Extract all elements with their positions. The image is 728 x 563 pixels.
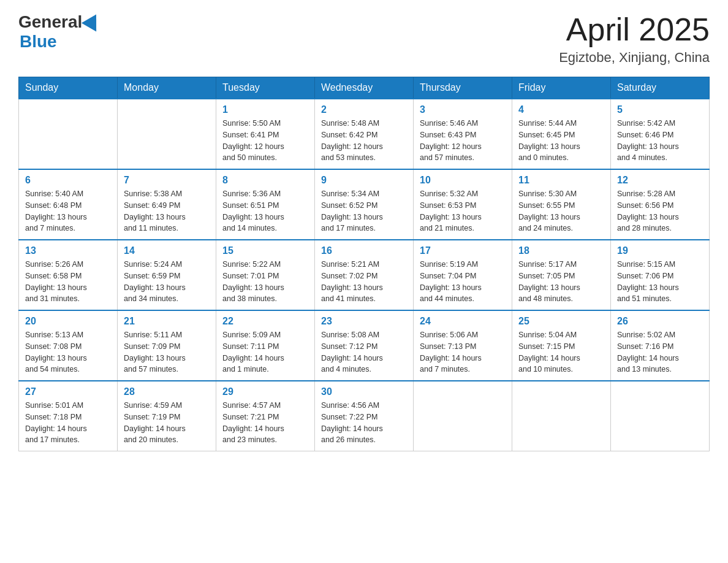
- calendar-table: SundayMondayTuesdayWednesdayThursdayFrid…: [18, 77, 710, 451]
- day-number: 15: [222, 245, 308, 256]
- calendar-cell: 4Sunrise: 5:44 AMSunset: 6:45 PMDaylight…: [512, 99, 611, 169]
- day-number: 13: [25, 245, 111, 256]
- calendar-header-row: SundayMondayTuesdayWednesdayThursdayFrid…: [19, 77, 710, 99]
- day-info: Sunrise: 5:50 AMSunset: 6:41 PMDaylight:…: [222, 118, 308, 164]
- calendar-cell: 23Sunrise: 5:08 AMSunset: 7:12 PMDayligh…: [315, 310, 414, 381]
- day-number: 25: [518, 316, 604, 327]
- calendar-cell: [118, 99, 216, 169]
- day-number: 16: [321, 245, 407, 256]
- day-info: Sunrise: 5:26 AMSunset: 6:58 PMDaylight:…: [25, 259, 111, 305]
- calendar-cell: 7Sunrise: 5:38 AMSunset: 6:49 PMDaylight…: [118, 169, 216, 240]
- day-number: 21: [124, 316, 210, 327]
- calendar-cell: 26Sunrise: 5:02 AMSunset: 7:16 PMDayligh…: [611, 310, 710, 381]
- day-info: Sunrise: 4:59 AMSunset: 7:19 PMDaylight:…: [124, 400, 210, 446]
- day-info: Sunrise: 5:28 AMSunset: 6:56 PMDaylight:…: [617, 188, 703, 234]
- calendar-cell: 3Sunrise: 5:46 AMSunset: 6:43 PMDaylight…: [414, 99, 512, 169]
- calendar-cell: 14Sunrise: 5:24 AMSunset: 6:59 PMDayligh…: [118, 240, 216, 310]
- logo: General Blue: [18, 12, 101, 52]
- day-info: Sunrise: 5:04 AMSunset: 7:15 PMDaylight:…: [518, 329, 604, 375]
- day-info: Sunrise: 5:11 AMSunset: 7:09 PMDaylight:…: [124, 329, 210, 375]
- day-number: 26: [617, 316, 703, 327]
- calendar-cell: 22Sunrise: 5:09 AMSunset: 7:11 PMDayligh…: [216, 310, 315, 381]
- day-info: Sunrise: 4:57 AMSunset: 7:21 PMDaylight:…: [222, 400, 308, 446]
- calendar-cell: 18Sunrise: 5:17 AMSunset: 7:05 PMDayligh…: [512, 240, 611, 310]
- day-info: Sunrise: 5:34 AMSunset: 6:52 PMDaylight:…: [321, 188, 407, 234]
- day-number: 28: [124, 386, 210, 397]
- day-info: Sunrise: 5:09 AMSunset: 7:11 PMDaylight:…: [222, 329, 308, 375]
- day-number: 10: [420, 175, 506, 186]
- calendar-cell: 9Sunrise: 5:34 AMSunset: 6:52 PMDaylight…: [315, 169, 414, 240]
- day-number: 12: [617, 175, 703, 186]
- calendar-cell: 30Sunrise: 4:56 AMSunset: 7:22 PMDayligh…: [315, 381, 414, 451]
- calendar-week-row: 1Sunrise: 5:50 AMSunset: 6:41 PMDaylight…: [19, 99, 710, 169]
- day-number: 5: [617, 104, 703, 115]
- calendar-cell: 19Sunrise: 5:15 AMSunset: 7:06 PMDayligh…: [611, 240, 710, 310]
- calendar-day-header: Thursday: [414, 77, 512, 99]
- calendar-cell: [19, 99, 118, 169]
- day-number: 14: [124, 245, 210, 256]
- calendar-cell: 11Sunrise: 5:30 AMSunset: 6:55 PMDayligh…: [512, 169, 611, 240]
- day-info: Sunrise: 5:02 AMSunset: 7:16 PMDaylight:…: [617, 329, 703, 375]
- calendar-cell: 20Sunrise: 5:13 AMSunset: 7:08 PMDayligh…: [19, 310, 118, 381]
- day-info: Sunrise: 5:24 AMSunset: 6:59 PMDaylight:…: [124, 259, 210, 305]
- day-info: Sunrise: 5:15 AMSunset: 7:06 PMDaylight:…: [617, 259, 703, 305]
- calendar-cell: 5Sunrise: 5:42 AMSunset: 6:46 PMDaylight…: [611, 99, 710, 169]
- day-info: Sunrise: 5:42 AMSunset: 6:46 PMDaylight:…: [617, 118, 703, 164]
- day-number: 27: [25, 386, 111, 397]
- day-info: Sunrise: 5:38 AMSunset: 6:49 PMDaylight:…: [124, 188, 210, 234]
- calendar-cell: 29Sunrise: 4:57 AMSunset: 7:21 PMDayligh…: [216, 381, 315, 451]
- day-info: Sunrise: 4:56 AMSunset: 7:22 PMDaylight:…: [321, 400, 407, 446]
- logo-triangle-icon: [82, 10, 104, 32]
- calendar-day-header: Friday: [512, 77, 611, 99]
- day-info: Sunrise: 5:08 AMSunset: 7:12 PMDaylight:…: [321, 329, 407, 375]
- calendar-cell: 13Sunrise: 5:26 AMSunset: 6:58 PMDayligh…: [19, 240, 118, 310]
- day-info: Sunrise: 5:01 AMSunset: 7:18 PMDaylight:…: [25, 400, 111, 446]
- day-number: 7: [124, 175, 210, 186]
- day-number: 17: [420, 245, 506, 256]
- logo-text-blue: Blue: [20, 32, 57, 52]
- day-number: 29: [222, 386, 308, 397]
- day-number: 11: [518, 175, 604, 186]
- calendar-cell: 2Sunrise: 5:48 AMSunset: 6:42 PMDaylight…: [315, 99, 414, 169]
- calendar-cell: 8Sunrise: 5:36 AMSunset: 6:51 PMDaylight…: [216, 169, 315, 240]
- title-area: April 2025 Egiztobe, Xinjiang, China: [559, 12, 710, 66]
- day-info: Sunrise: 5:36 AMSunset: 6:51 PMDaylight:…: [222, 188, 308, 234]
- day-info: Sunrise: 5:22 AMSunset: 7:01 PMDaylight:…: [222, 259, 308, 305]
- logo-text-general: General: [18, 12, 82, 32]
- calendar-cell: 16Sunrise: 5:21 AMSunset: 7:02 PMDayligh…: [315, 240, 414, 310]
- calendar-week-row: 6Sunrise: 5:40 AMSunset: 6:48 PMDaylight…: [19, 169, 710, 240]
- calendar-cell: [414, 381, 512, 451]
- day-info: Sunrise: 5:32 AMSunset: 6:53 PMDaylight:…: [420, 188, 506, 234]
- calendar-cell: 10Sunrise: 5:32 AMSunset: 6:53 PMDayligh…: [414, 169, 512, 240]
- day-info: Sunrise: 5:21 AMSunset: 7:02 PMDaylight:…: [321, 259, 407, 305]
- day-number: 23: [321, 316, 407, 327]
- calendar-cell: 12Sunrise: 5:28 AMSunset: 6:56 PMDayligh…: [611, 169, 710, 240]
- day-number: 2: [321, 104, 407, 115]
- day-info: Sunrise: 5:40 AMSunset: 6:48 PMDaylight:…: [25, 188, 111, 234]
- calendar-day-header: Saturday: [611, 77, 710, 99]
- calendar-day-header: Sunday: [19, 77, 118, 99]
- day-number: 22: [222, 316, 308, 327]
- calendar-cell: 27Sunrise: 5:01 AMSunset: 7:18 PMDayligh…: [19, 381, 118, 451]
- calendar-cell: 15Sunrise: 5:22 AMSunset: 7:01 PMDayligh…: [216, 240, 315, 310]
- day-number: 1: [222, 104, 308, 115]
- calendar-cell: 25Sunrise: 5:04 AMSunset: 7:15 PMDayligh…: [512, 310, 611, 381]
- day-info: Sunrise: 5:06 AMSunset: 7:13 PMDaylight:…: [420, 329, 506, 375]
- calendar-cell: 28Sunrise: 4:59 AMSunset: 7:19 PMDayligh…: [118, 381, 216, 451]
- calendar-week-row: 20Sunrise: 5:13 AMSunset: 7:08 PMDayligh…: [19, 310, 710, 381]
- day-number: 24: [420, 316, 506, 327]
- calendar-day-header: Monday: [118, 77, 216, 99]
- page-header: General Blue April 2025 Egiztobe, Xinjia…: [18, 12, 710, 66]
- calendar-cell: 6Sunrise: 5:40 AMSunset: 6:48 PMDaylight…: [19, 169, 118, 240]
- calendar-cell: [512, 381, 611, 451]
- day-info: Sunrise: 5:30 AMSunset: 6:55 PMDaylight:…: [518, 188, 604, 234]
- day-number: 9: [321, 175, 407, 186]
- day-number: 19: [617, 245, 703, 256]
- calendar-cell: 24Sunrise: 5:06 AMSunset: 7:13 PMDayligh…: [414, 310, 512, 381]
- calendar-cell: 21Sunrise: 5:11 AMSunset: 7:09 PMDayligh…: [118, 310, 216, 381]
- calendar-day-header: Tuesday: [216, 77, 315, 99]
- day-number: 30: [321, 386, 407, 397]
- day-info: Sunrise: 5:17 AMSunset: 7:05 PMDaylight:…: [518, 259, 604, 305]
- day-info: Sunrise: 5:48 AMSunset: 6:42 PMDaylight:…: [321, 118, 407, 164]
- day-number: 20: [25, 316, 111, 327]
